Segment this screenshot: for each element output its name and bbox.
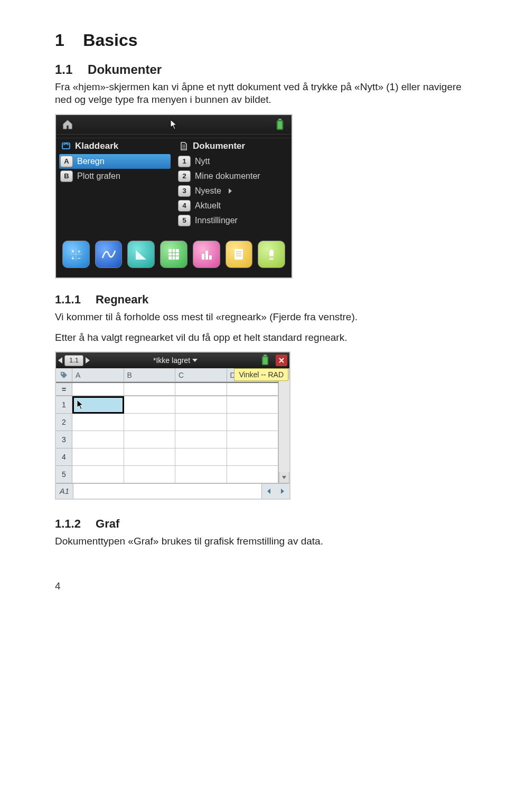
menu-item-aktuelt[interactable]: 4 Aktuelt <box>174 198 292 213</box>
svg-rect-23 <box>264 355 267 356</box>
paragraph-regneark-1: Vi kommer til å forholde oss mest til «r… <box>55 311 471 324</box>
key-badge: 1 <box>178 156 191 167</box>
heading-text: Regneark <box>96 293 148 306</box>
cell[interactable] <box>124 396 176 414</box>
svg-rect-22 <box>269 256 274 259</box>
cell[interactable] <box>175 448 227 466</box>
heading-regneark: 1.1.1 Regneark <box>55 292 471 308</box>
angle-mode-tooltip: Vinkel -- RAD <box>234 368 288 381</box>
left-menu-column: Kladdeark A Beregn B Plott grafen <box>56 135 174 228</box>
menu-item-innstillinger[interactable]: 5 Innstillinger <box>174 213 292 228</box>
doc-title[interactable]: *Ikke lagret <box>92 356 259 365</box>
menu-item-mine-dokumenter[interactable]: 2 Mine dokumenter <box>174 169 292 184</box>
col-header-a[interactable]: A <box>72 368 124 382</box>
cell[interactable] <box>175 414 227 431</box>
menu-item-label: Nytt <box>195 156 210 167</box>
svg-text:×: × <box>71 249 74 254</box>
menu-item-label: Innstillinger <box>195 215 238 226</box>
cell[interactable] <box>72 414 124 431</box>
col-header-c[interactable]: C <box>175 368 227 382</box>
row-header[interactable]: 3 <box>56 431 72 448</box>
svg-rect-15 <box>202 254 204 260</box>
row-header[interactable]: 4 <box>56 448 72 466</box>
prev-tab-icon[interactable] <box>58 357 62 364</box>
heading-text: Graf <box>96 517 119 530</box>
cell[interactable] <box>124 466 176 483</box>
cell-a1[interactable] <box>72 396 124 414</box>
notes-icon[interactable] <box>226 241 253 268</box>
menu-item-nytt[interactable]: 1 Nytt <box>174 154 292 169</box>
cell[interactable] <box>227 448 279 466</box>
heading-number: 1.1 <box>55 62 72 77</box>
cell[interactable] <box>175 431 227 448</box>
sheet-top-bar: 1.1 *Ikke lagret Vinkel -- RAD <box>56 352 289 368</box>
cell[interactable] <box>124 414 176 431</box>
col-header-b[interactable]: B <box>124 368 176 382</box>
formula-cell[interactable] <box>175 383 227 396</box>
menu-item-label: Plott grafen <box>77 171 120 182</box>
cell[interactable] <box>227 396 279 414</box>
cell[interactable] <box>227 431 279 448</box>
right-header-label: Dokumenter <box>193 140 245 152</box>
doc-title-text: *Ikke lagret <box>153 356 190 365</box>
formula-cell[interactable] <box>124 383 176 396</box>
screenshot-spreadsheet: 1.1 *Ikke lagret Vinkel -- RAD <box>55 351 290 500</box>
key-badge: 4 <box>178 200 191 212</box>
tab-chip[interactable]: 1.1 <box>64 355 83 366</box>
page-number: 4 <box>55 580 471 593</box>
heading-number: 1.1.2 <box>55 517 81 530</box>
formula-cell[interactable] <box>72 383 124 396</box>
scroll-track[interactable] <box>279 379 289 472</box>
scroll-right-icon[interactable] <box>276 484 289 499</box>
cell[interactable] <box>227 414 279 431</box>
cell[interactable] <box>227 466 279 483</box>
documents-icon <box>179 141 189 151</box>
menu-item-beregn[interactable]: A Beregn <box>59 154 171 169</box>
cell[interactable] <box>175 396 227 414</box>
cell[interactable] <box>124 448 176 466</box>
close-button[interactable] <box>276 355 287 366</box>
svg-point-26 <box>62 372 63 374</box>
formula-input[interactable] <box>73 484 262 499</box>
sheet-body: 1 2 <box>56 396 278 483</box>
left-header-label: Kladdeark <box>75 140 118 152</box>
scroll-down-icon[interactable] <box>279 472 289 483</box>
statistics-icon[interactable] <box>193 241 220 268</box>
cell[interactable] <box>72 431 124 448</box>
row-header[interactable]: 1 <box>56 396 72 414</box>
svg-rect-2 <box>278 121 282 129</box>
menu-item-label: Beregn <box>77 156 105 167</box>
cursor-icon <box>77 399 84 412</box>
formula-cell[interactable] <box>227 383 279 396</box>
heading-text: Basics <box>83 31 137 50</box>
equals-label: = <box>56 383 72 396</box>
svg-text:−: − <box>78 255 81 261</box>
battery-icon <box>261 355 274 366</box>
cursor-icon <box>170 119 177 130</box>
cell[interactable] <box>72 448 124 466</box>
heading-text: Dokumenter <box>88 62 162 77</box>
svg-rect-10 <box>168 249 179 260</box>
cell[interactable] <box>72 466 124 483</box>
menu-item-plott-grafen[interactable]: B Plott grafen <box>56 169 174 184</box>
row-header[interactable]: 2 <box>56 414 72 431</box>
app-icons-row: × ÷ + − <box>56 228 292 278</box>
paragraph-intro: Fra «hjem»-skjermen kan vi åpne et nytt … <box>55 81 471 107</box>
cell[interactable] <box>124 431 176 448</box>
graph-icon[interactable] <box>95 241 123 268</box>
tag-corner <box>56 368 72 382</box>
scroll-left-icon[interactable] <box>262 484 276 499</box>
cell[interactable] <box>175 466 227 483</box>
home-icon[interactable] <box>59 117 76 132</box>
screenshot-home-menu: Kladdeark A Beregn B Plott grafen Dokume… <box>55 114 293 279</box>
submenu-arrow-icon <box>229 188 232 194</box>
vernier-icon[interactable] <box>258 241 285 268</box>
row-header[interactable]: 5 <box>56 466 72 483</box>
svg-text:+: + <box>71 255 74 261</box>
geometry-icon[interactable] <box>127 241 155 268</box>
next-tab-icon[interactable] <box>86 357 90 364</box>
calculator-icon[interactable]: × ÷ + − <box>62 241 90 268</box>
vertical-scrollbar[interactable] <box>278 368 289 483</box>
spreadsheet-icon[interactable] <box>160 241 187 268</box>
menu-item-nyeste[interactable]: 3 Nyeste <box>174 184 292 198</box>
